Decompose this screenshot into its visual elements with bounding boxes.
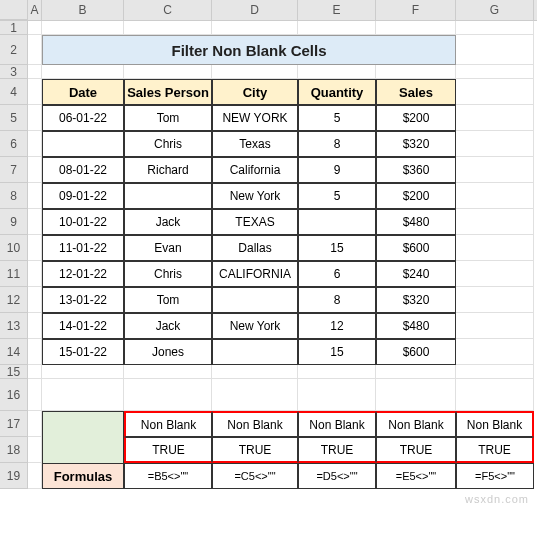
cell[interactable] [28, 437, 42, 463]
table-cell[interactable]: $200 [376, 105, 456, 131]
col-header-E[interactable]: E [298, 0, 376, 20]
cell[interactable] [456, 379, 534, 411]
table-cell[interactable]: $600 [376, 339, 456, 365]
cell[interactable] [28, 105, 42, 131]
table-cell[interactable]: Dallas [212, 235, 298, 261]
cell[interactable] [42, 21, 124, 35]
row-header-4[interactable]: 4 [0, 79, 28, 105]
col-header-D[interactable]: D [212, 0, 298, 20]
cell[interactable] [28, 339, 42, 365]
cell[interactable] [28, 79, 42, 105]
row-header-6[interactable]: 6 [0, 131, 28, 157]
table-cell[interactable] [298, 209, 376, 235]
cell[interactable] [124, 65, 212, 79]
table-cell[interactable]: California [212, 157, 298, 183]
row-header-1[interactable]: 1 [0, 21, 28, 35]
col-header-C[interactable]: C [124, 0, 212, 20]
cell[interactable] [298, 365, 376, 379]
table-cell[interactable]: Chris [124, 131, 212, 157]
table-cell[interactable]: 14-01-22 [42, 313, 124, 339]
cell[interactable] [28, 157, 42, 183]
table-cell[interactable]: Jack [124, 209, 212, 235]
page-title[interactable]: Filter Non Blank Cells [42, 35, 456, 65]
criteria-header[interactable]: Non Blank [376, 411, 456, 437]
cell[interactable] [456, 65, 534, 79]
table-header[interactable]: Date [42, 79, 124, 105]
criteria-value[interactable]: TRUE [124, 437, 212, 463]
table-cell[interactable]: New York [212, 313, 298, 339]
cell[interactable] [212, 65, 298, 79]
cell[interactable] [456, 183, 534, 209]
row-header-9[interactable]: 9 [0, 209, 28, 235]
table-cell[interactable] [212, 287, 298, 313]
cell[interactable] [28, 131, 42, 157]
table-cell[interactable]: 12-01-22 [42, 261, 124, 287]
table-cell[interactable]: $320 [376, 131, 456, 157]
table-cell[interactable]: Richard [124, 157, 212, 183]
formulas-label[interactable]: Formulas [42, 463, 124, 489]
cell[interactable] [298, 379, 376, 411]
cell[interactable] [376, 21, 456, 35]
row-header-3[interactable]: 3 [0, 65, 28, 79]
table-cell[interactable]: $360 [376, 157, 456, 183]
table-header[interactable]: Sales [376, 79, 456, 105]
table-header[interactable]: Quantity [298, 79, 376, 105]
row-header-7[interactable]: 7 [0, 157, 28, 183]
table-cell[interactable]: Jones [124, 339, 212, 365]
cell[interactable] [298, 65, 376, 79]
cell[interactable] [456, 105, 534, 131]
cell[interactable] [28, 235, 42, 261]
cell[interactable] [456, 79, 534, 105]
cell[interactable] [42, 365, 124, 379]
table-cell[interactable] [42, 131, 124, 157]
table-cell[interactable]: $480 [376, 209, 456, 235]
table-header[interactable]: Sales Person [124, 79, 212, 105]
formula-cell[interactable]: =F5<>"" [456, 463, 534, 489]
table-cell[interactable]: 6 [298, 261, 376, 287]
table-cell[interactable] [124, 183, 212, 209]
row-header-10[interactable]: 10 [0, 235, 28, 261]
cell[interactable] [376, 365, 456, 379]
table-cell[interactable]: 06-01-22 [42, 105, 124, 131]
cell[interactable] [28, 183, 42, 209]
table-cell[interactable]: NEW YORK [212, 105, 298, 131]
cell[interactable] [456, 287, 534, 313]
cell[interactable] [212, 365, 298, 379]
table-header[interactable]: City [212, 79, 298, 105]
row-header-18[interactable]: 18 [0, 437, 28, 463]
table-cell[interactable]: Evan [124, 235, 212, 261]
table-cell[interactable]: 13-01-22 [42, 287, 124, 313]
col-header-A[interactable]: A [28, 0, 42, 20]
cell[interactable] [456, 157, 534, 183]
criteria-value[interactable]: TRUE [212, 437, 298, 463]
cell[interactable] [376, 65, 456, 79]
table-cell[interactable]: Texas [212, 131, 298, 157]
select-all-corner[interactable] [0, 0, 28, 20]
cell[interactable] [456, 235, 534, 261]
cell[interactable] [124, 365, 212, 379]
table-cell[interactable]: $240 [376, 261, 456, 287]
col-header-G[interactable]: G [456, 0, 534, 20]
cell[interactable] [456, 261, 534, 287]
table-cell[interactable]: Jack [124, 313, 212, 339]
criteria-label[interactable]: Criteria [42, 411, 124, 463]
cell[interactable] [28, 261, 42, 287]
table-cell[interactable]: 5 [298, 105, 376, 131]
table-cell[interactable] [212, 339, 298, 365]
cell[interactable] [28, 313, 42, 339]
cell[interactable] [212, 379, 298, 411]
col-header-B[interactable]: B [42, 0, 124, 20]
table-cell[interactable]: $200 [376, 183, 456, 209]
cell[interactable] [28, 463, 42, 489]
table-cell[interactable]: 11-01-22 [42, 235, 124, 261]
formula-cell[interactable]: =E5<>"" [376, 463, 456, 489]
cell[interactable] [28, 21, 42, 35]
col-header-F[interactable]: F [376, 0, 456, 20]
cell[interactable] [28, 65, 42, 79]
cell[interactable] [456, 131, 534, 157]
formula-cell[interactable]: =D5<>"" [298, 463, 376, 489]
cell[interactable] [456, 21, 534, 35]
table-cell[interactable]: 5 [298, 183, 376, 209]
table-cell[interactable]: $600 [376, 235, 456, 261]
table-cell[interactable]: $320 [376, 287, 456, 313]
